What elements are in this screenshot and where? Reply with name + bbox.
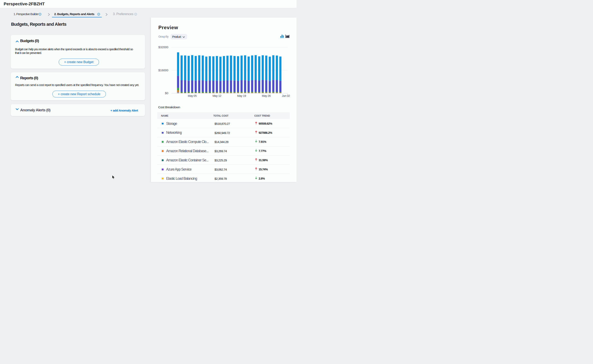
- svg-text:$32000: $32000: [159, 46, 168, 49]
- svg-text:$0: $0: [165, 91, 168, 95]
- svg-text:$16000: $16000: [159, 69, 168, 72]
- svg-text:May 05: May 05: [188, 94, 197, 98]
- svg-text:May 26: May 26: [262, 94, 271, 98]
- svg-text:Jun 02: Jun 02: [282, 94, 290, 98]
- svg-text:May 19: May 19: [237, 94, 246, 98]
- svg-text:May 12: May 12: [213, 94, 221, 98]
